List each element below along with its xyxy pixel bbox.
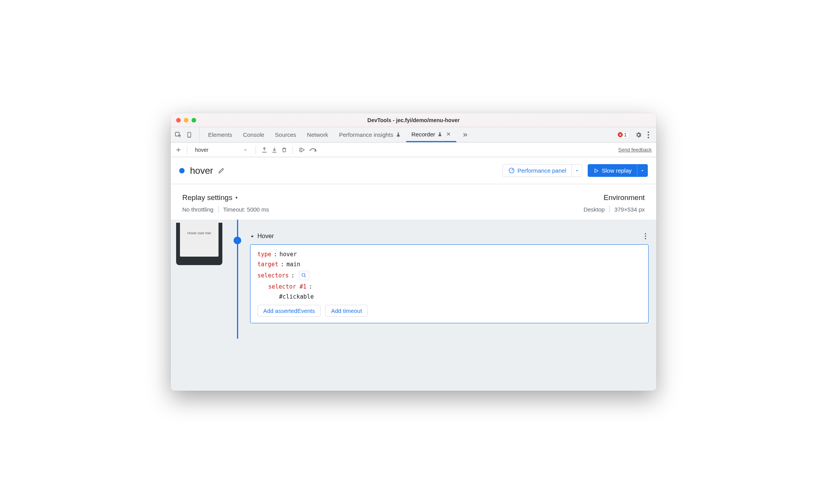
prop-val-target[interactable]: main xyxy=(286,261,300,268)
step-menu-icon[interactable] xyxy=(645,233,646,239)
svg-point-14 xyxy=(645,238,646,239)
window-title: DevTools - jec.fyi/demo/menu-hover xyxy=(367,117,459,123)
thumbnail-caption: Hover over me! xyxy=(187,231,211,235)
flask-icon xyxy=(437,132,442,137)
add-timeout-button[interactable]: Add timeout xyxy=(325,305,368,317)
window-controls xyxy=(176,118,196,123)
environment-device: Desktop xyxy=(583,206,605,213)
svg-marker-11 xyxy=(595,169,598,172)
import-icon[interactable] xyxy=(271,147,277,153)
recording-header: hover Performance panel Slow replay xyxy=(171,157,656,184)
send-feedback-link[interactable]: Send feedback xyxy=(618,147,652,153)
svg-point-13 xyxy=(645,235,646,237)
settings-icon[interactable] xyxy=(635,131,642,138)
replay-settings-toggle[interactable]: Replay settings xyxy=(182,193,269,202)
tab-recorder[interactable]: Recorder ✕ xyxy=(406,127,457,142)
step-marker[interactable] xyxy=(234,237,241,244)
slow-replay-main[interactable]: Slow replay xyxy=(588,165,637,176)
error-badge[interactable]: ✕ 1 xyxy=(616,131,630,138)
recording-status-dot xyxy=(179,168,185,173)
titlebar: DevTools - jec.fyi/demo/menu-hover xyxy=(171,113,656,127)
button-label: Performance panel xyxy=(518,167,566,174)
delete-icon[interactable] xyxy=(281,147,287,153)
gauge-icon xyxy=(508,167,515,174)
timeline: Hover type: hover target: main xyxy=(233,223,656,323)
svg-point-4 xyxy=(648,134,649,136)
chevron-double-right-icon xyxy=(462,132,468,138)
tab-label: Elements xyxy=(208,131,232,138)
play-icon xyxy=(593,168,599,173)
slow-replay-dropdown[interactable] xyxy=(637,165,647,176)
chevron-right-icon xyxy=(235,195,239,200)
devtools-window: DevTools - jec.fyi/demo/menu-hover Eleme… xyxy=(171,113,656,391)
step-over-icon[interactable] xyxy=(309,147,317,153)
tab-label: Recorder xyxy=(412,131,435,138)
step-title: Hover xyxy=(257,233,274,240)
selector-value[interactable]: #clickable xyxy=(279,293,314,300)
error-count: 1 xyxy=(624,132,627,138)
minimize-window-button[interactable] xyxy=(184,118,188,123)
tab-label: Sources xyxy=(275,131,296,138)
continue-replay-icon[interactable] xyxy=(298,147,305,153)
slow-replay-button: Slow replay xyxy=(588,164,648,177)
screenshot-thumbnail[interactable]: Hover over me! xyxy=(176,223,222,265)
error-icon: ✕ xyxy=(618,132,623,137)
step-body: type: hover target: main selectors: xyxy=(250,244,649,323)
selector-label: selector #1 xyxy=(268,283,306,290)
settings-row: Replay settings No throttling Timeout: 5… xyxy=(171,184,656,220)
timeout-value: Timeout: 5000 ms xyxy=(223,206,269,213)
tab-network[interactable]: Network xyxy=(302,127,334,142)
edit-name-icon[interactable] xyxy=(218,167,225,174)
more-tabs-button[interactable] xyxy=(456,127,473,142)
step-hover: Hover type: hover target: main xyxy=(250,233,649,323)
chevron-down-icon xyxy=(243,148,248,152)
tab-label: Network xyxy=(307,131,328,138)
prop-key-type: type xyxy=(257,251,271,258)
tab-elements[interactable]: Elements xyxy=(203,127,238,142)
tab-performance-insights[interactable]: Performance insights xyxy=(334,127,406,142)
svg-point-5 xyxy=(648,137,649,138)
device-toolbar-icon[interactable] xyxy=(186,131,192,138)
environment-viewport: 379×534 px xyxy=(614,206,645,213)
steps-canvas: Hover over me! Hover xyxy=(171,220,656,391)
close-window-button[interactable] xyxy=(176,118,181,123)
collapse-icon[interactable] xyxy=(250,234,254,239)
tab-label: Performance insights xyxy=(339,131,393,138)
recording-name: hover xyxy=(190,165,213,176)
flask-icon xyxy=(396,132,401,137)
svg-marker-9 xyxy=(301,148,304,152)
tab-console[interactable]: Console xyxy=(238,127,270,142)
svg-point-12 xyxy=(645,233,646,235)
add-asserted-events-button[interactable]: Add assertedEvents xyxy=(257,305,321,317)
panel-tabbar: Elements Console Sources Network Perform… xyxy=(171,127,656,143)
close-tab-icon[interactable]: ✕ xyxy=(446,131,451,137)
button-label: Slow replay xyxy=(602,167,632,174)
selector-picker-icon[interactable] xyxy=(299,271,309,280)
recorder-toolbar: hover Send feedback xyxy=(171,143,656,157)
performance-panel-button: Performance panel xyxy=(503,164,583,177)
performance-panel-main[interactable]: Performance panel xyxy=(503,165,572,176)
prop-key-selectors: selectors xyxy=(257,272,289,279)
tab-label: Console xyxy=(243,131,264,138)
more-menu-icon[interactable] xyxy=(647,131,649,138)
settings-title-label: Replay settings xyxy=(182,193,232,202)
new-recording-icon[interactable] xyxy=(175,147,182,153)
recording-select-value: hover xyxy=(195,147,208,153)
svg-point-3 xyxy=(648,131,649,133)
prop-val-type[interactable]: hover xyxy=(279,251,297,258)
environment-title: Environment xyxy=(603,193,645,202)
throttling-value: No throttling xyxy=(182,206,213,213)
maximize-window-button[interactable] xyxy=(192,118,196,123)
tab-sources[interactable]: Sources xyxy=(270,127,302,142)
export-icon[interactable] xyxy=(261,147,267,153)
prop-key-target: target xyxy=(257,261,278,268)
inspect-element-icon[interactable] xyxy=(175,131,182,138)
recording-select[interactable]: hover xyxy=(193,147,250,153)
performance-panel-dropdown[interactable] xyxy=(572,165,582,176)
